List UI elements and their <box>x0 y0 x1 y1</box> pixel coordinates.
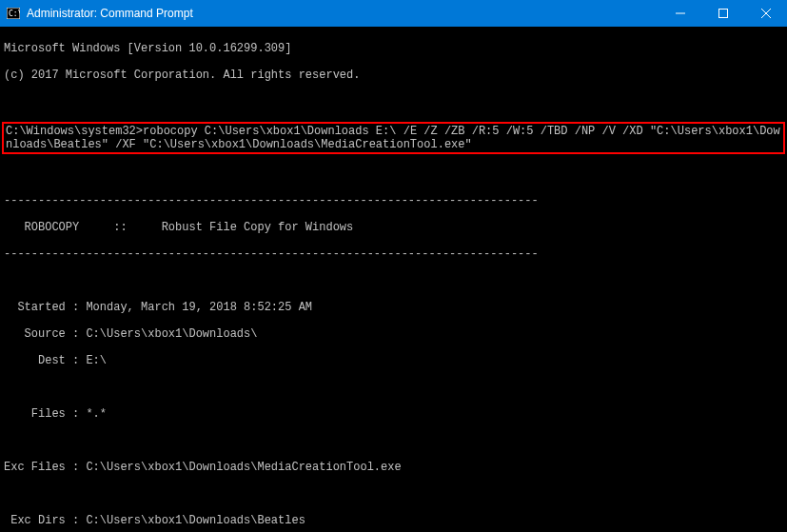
close-button[interactable] <box>744 0 787 27</box>
terminal-output[interactable]: Microsoft Windows [Version 10.0.16299.30… <box>0 27 787 532</box>
command-highlight: C:\Windows\system32>robocopy C:\Users\xb… <box>2 122 785 154</box>
started-line: Started : Monday, March 19, 2018 8:52:25… <box>4 301 783 314</box>
svg-rect-3 <box>718 10 727 18</box>
source-line: Source : C:\Users\xbox1\Downloads\ <box>4 327 783 341</box>
blank-line <box>4 381 783 394</box>
robocopy-title: ROBOCOPY :: Robust File Copy for Windows <box>4 221 783 234</box>
window-title: Administrator: Command Prompt <box>27 7 659 20</box>
minimize-button[interactable] <box>659 0 701 27</box>
exc-dirs-line: Exc Dirs : C:\Users\xbox1\Downloads\Beat… <box>4 514 783 527</box>
cmd-icon: C:\ <box>6 6 21 21</box>
exc-files-line: Exc Files : C:\Users\xbox1\Downloads\Med… <box>4 461 783 474</box>
copyright-line: (c) 2017 Microsoft Corporation. All righ… <box>4 69 783 82</box>
blank-line <box>4 167 783 181</box>
blank-line <box>4 434 783 447</box>
divider-line: ----------------------------------------… <box>4 247 783 261</box>
blank-line <box>4 487 783 501</box>
divider-line: ----------------------------------------… <box>4 194 783 207</box>
blank-line <box>4 274 783 287</box>
prompt-path: C:\Windows\system32> <box>6 125 143 138</box>
os-version-line: Microsoft Windows [Version 10.0.16299.30… <box>4 42 783 55</box>
maximize-button[interactable] <box>701 0 744 27</box>
window-controls <box>659 0 787 27</box>
blank-line <box>4 95 783 108</box>
dest-line: Dest : E:\ <box>4 354 783 367</box>
files-line: Files : *.* <box>4 407 783 421</box>
window-titlebar: C:\ Administrator: Command Prompt <box>0 0 787 27</box>
svg-text:C:\: C:\ <box>9 10 20 18</box>
